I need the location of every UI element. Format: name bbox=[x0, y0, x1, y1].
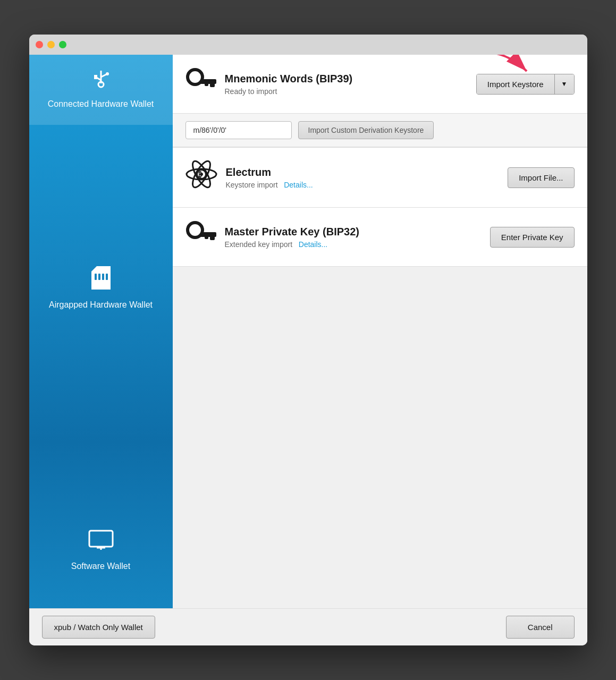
content-panel: Mnemonic Words (BIP39) Ready to import bbox=[173, 55, 587, 608]
mnemonic-title: Mnemonic Words (BIP39) bbox=[225, 73, 468, 85]
master-key-title: Master Private Key (BIP32) bbox=[225, 226, 482, 238]
master-key-subtitle: Extended key import Details... bbox=[225, 240, 482, 249]
svg-rect-6 bbox=[95, 274, 97, 280]
master-key-text: Master Private Key (BIP32) Extended key … bbox=[225, 226, 482, 249]
sidebar-item-connected-hardware-wallet[interactable]: Connected Hardware Wallet bbox=[29, 55, 173, 125]
electrum-section: ₿ Electrum Keystore import Details... Im… bbox=[173, 148, 587, 208]
enter-private-key-button[interactable]: Enter Private Key bbox=[490, 227, 575, 248]
derivation-path-input[interactable] bbox=[185, 121, 292, 139]
cancel-button[interactable]: Cancel bbox=[506, 616, 575, 639]
electrum-icon: ₿ bbox=[185, 158, 217, 197]
mnemonic-actions: Import Keystore ▼ bbox=[476, 74, 575, 95]
svg-rect-9 bbox=[106, 274, 108, 280]
svg-rect-27 bbox=[210, 236, 215, 240]
svg-rect-8 bbox=[102, 274, 104, 280]
monitor-icon bbox=[88, 530, 114, 556]
sidebar: Connected Hardware Wallet Airgapped Hard… bbox=[29, 55, 173, 608]
svg-point-5 bbox=[98, 82, 104, 87]
sidebar-item-airgapped-hardware-wallet[interactable]: Airgapped Hardware Wallet bbox=[29, 251, 173, 326]
import-keystore-dropdown-button[interactable]: ▼ bbox=[555, 74, 574, 94]
svg-rect-28 bbox=[205, 236, 208, 239]
sd-card-icon bbox=[91, 266, 111, 294]
content-spacer bbox=[173, 267, 587, 608]
svg-rect-4 bbox=[94, 75, 97, 79]
svg-text:₿: ₿ bbox=[198, 170, 202, 178]
xpub-watch-only-button[interactable]: xpub / Watch Only Wallet bbox=[42, 616, 155, 639]
master-key-details-link[interactable]: Details... bbox=[299, 240, 327, 249]
mnemonic-subtitle: Ready to import bbox=[225, 87, 468, 96]
svg-point-17 bbox=[192, 74, 198, 80]
electrum-subtitle: Keystore import Details... bbox=[226, 181, 500, 189]
maximize-button[interactable] bbox=[59, 41, 66, 48]
sidebar-item-airgapped-label: Airgapped Hardware Wallet bbox=[49, 300, 153, 311]
electrum-details-link[interactable]: Details... bbox=[284, 181, 313, 189]
svg-point-29 bbox=[192, 227, 198, 233]
mnemonic-text: Mnemonic Words (BIP39) Ready to import bbox=[225, 73, 468, 96]
import-keystore-button-group: Import Keystore ▼ bbox=[476, 74, 575, 95]
titlebar bbox=[29, 35, 587, 55]
svg-point-2 bbox=[106, 72, 109, 75]
svg-rect-16 bbox=[205, 83, 208, 86]
minimize-button[interactable] bbox=[47, 41, 55, 48]
electrum-title: Electrum bbox=[226, 166, 500, 178]
electrum-text: Electrum Keystore import Details... bbox=[226, 166, 500, 189]
sidebar-item-software-wallet[interactable]: Software Wallet bbox=[29, 515, 173, 587]
sidebar-item-software-wallet-label: Software Wallet bbox=[71, 561, 130, 572]
master-private-key-section: Master Private Key (BIP32) Extended key … bbox=[173, 208, 587, 267]
main-content: Connected Hardware Wallet Airgapped Hard… bbox=[29, 55, 587, 608]
svg-rect-15 bbox=[210, 83, 215, 87]
electrum-section-main: ₿ Electrum Keystore import Details... Im… bbox=[173, 148, 587, 207]
import-keystore-button[interactable]: Import Keystore bbox=[477, 74, 555, 94]
master-key-actions: Enter Private Key bbox=[490, 227, 575, 248]
main-window: Connected Hardware Wallet Airgapped Hard… bbox=[29, 35, 587, 645]
import-custom-derivation-button[interactable]: Import Custom Derivation Keystore bbox=[298, 121, 434, 139]
mnemonic-section: Mnemonic Words (BIP39) Ready to import bbox=[173, 55, 587, 114]
svg-rect-7 bbox=[98, 274, 100, 280]
electrum-actions: Import File... bbox=[508, 167, 574, 188]
import-file-button[interactable]: Import File... bbox=[508, 167, 574, 188]
close-button[interactable] bbox=[36, 41, 43, 48]
master-key-subtitle-text: Extended key import bbox=[225, 240, 293, 249]
master-private-key-section-main: Master Private Key (BIP32) Extended key … bbox=[173, 208, 587, 266]
svg-rect-10 bbox=[89, 531, 113, 547]
derivation-row: Import Custom Derivation Keystore bbox=[173, 114, 587, 147]
usb-icon bbox=[88, 70, 114, 94]
mnemonic-key-icon bbox=[185, 65, 216, 103]
master-key-icon bbox=[185, 218, 216, 256]
sidebar-item-connected-hardware-wallet-label: Connected Hardware Wallet bbox=[48, 99, 154, 110]
electrum-subtitle-text: Keystore import bbox=[226, 181, 278, 189]
mnemonic-section-main: Mnemonic Words (BIP39) Ready to import bbox=[173, 55, 587, 113]
footer: xpub / Watch Only Wallet Cancel bbox=[29, 608, 587, 645]
